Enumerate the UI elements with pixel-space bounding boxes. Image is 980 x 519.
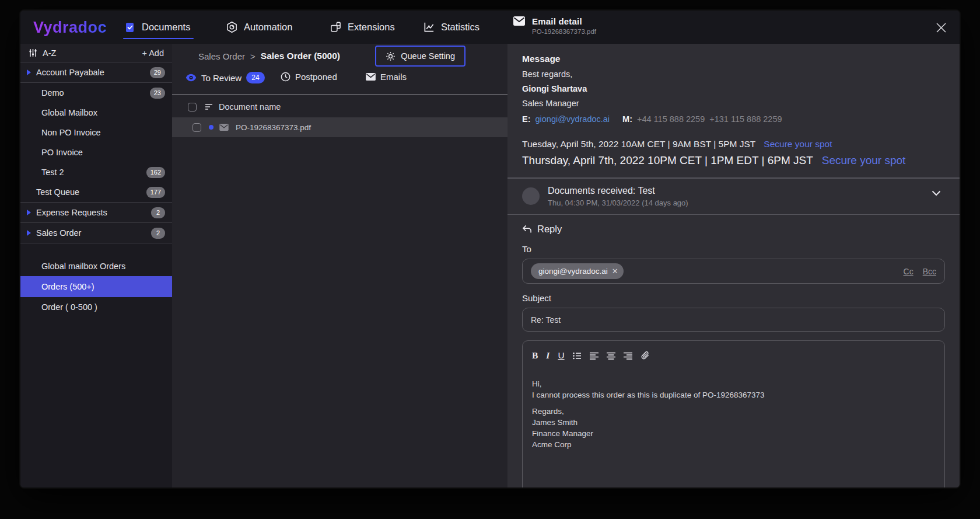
nav-label: Automation xyxy=(244,22,292,33)
phone-number: +131 115 888 2259 xyxy=(709,114,782,124)
align-center-icon[interactable] xyxy=(607,352,615,360)
column-header-document-name[interactable]: Document name xyxy=(219,102,281,112)
close-icon xyxy=(936,22,947,33)
align-right-icon[interactable] xyxy=(624,352,632,360)
editor-toolbar: B I U xyxy=(532,349,935,362)
unread-dot xyxy=(209,125,214,130)
italic-button[interactable]: I xyxy=(546,350,550,361)
sender-email-link[interactable]: giongi@vydradoc.ai xyxy=(536,114,610,124)
app-window: Vydradoc Documents Automation Extensions xyxy=(20,11,960,487)
recipient-chip[interactable]: giongi@vydradoc.ai ✕ xyxy=(531,263,624,279)
top-bar: Vydradoc Documents Automation Extensions xyxy=(20,11,960,44)
to-input[interactable]: giongi@vydradoc.ai ✕ Cc Bcc xyxy=(522,259,945,284)
divider xyxy=(172,94,508,95)
thread-item[interactable]: Documents received: Test Thu, 04:30 PM, … xyxy=(508,179,960,214)
secure-spot-link[interactable]: Secure your spot xyxy=(764,139,832,149)
message-heading: Message xyxy=(522,54,945,64)
extensions-icon xyxy=(330,21,342,33)
breadcrumb-current: Sales Order (5000) xyxy=(261,51,340,61)
count-badge: 2 xyxy=(151,228,165,239)
sidebar-header: A-Z + Add xyxy=(20,44,172,62)
sender-name: Giongi Shartava xyxy=(522,84,945,93)
sidebar-item-global-mailbox-orders[interactable]: Global mailbox Orders xyxy=(20,256,172,276)
count-badge: 29 xyxy=(150,67,165,78)
nav-tab-extensions[interactable]: Extensions xyxy=(330,11,395,44)
automation-icon xyxy=(226,21,238,33)
cc-button[interactable]: Cc xyxy=(904,267,914,276)
close-button[interactable] xyxy=(933,19,949,36)
sliders-icon[interactable] xyxy=(29,48,37,57)
sidebar-item-sales-order[interactable]: Sales Order 2 xyxy=(20,223,172,243)
nav-label: Extensions xyxy=(348,22,395,33)
mail-icon xyxy=(366,73,376,81)
queue-setting-button[interactable]: Queue Setting xyxy=(375,46,466,67)
breadcrumb-parent[interactable]: Sales Order xyxy=(198,51,245,61)
nav-tab-statistics[interactable]: Statistics xyxy=(423,11,480,44)
statistics-icon xyxy=(423,21,435,33)
sidebar-item-po-invoice[interactable]: PO Invoice xyxy=(20,142,172,162)
sidebar-item-demo[interactable]: Demo 23 xyxy=(20,83,172,103)
chevron-down-icon[interactable] xyxy=(932,190,941,196)
tab-emails[interactable]: Emails xyxy=(366,72,407,82)
sidebar-item-global-mailbox[interactable]: Global Mailbox xyxy=(20,103,172,123)
tab-to-review[interactable]: To Review 24 xyxy=(186,72,265,83)
underline-button[interactable]: U xyxy=(558,350,564,361)
sidebar-item-test-queue[interactable]: Test Queue 177 xyxy=(20,182,172,202)
email-detail-subtitle: PO-19268367373.pdf xyxy=(532,28,596,35)
document-row[interactable]: PO-19268367373.pdf xyxy=(172,117,508,137)
sidebar-item-test-2[interactable]: Test 2 162 xyxy=(20,162,172,182)
email-detail-panel: Message Best regards, Giongi Shartava Sa… xyxy=(508,44,960,487)
bullet-list-icon[interactable] xyxy=(573,352,582,360)
expand-arrow-icon xyxy=(27,210,31,215)
sidebar-item-expense-requests[interactable]: Expense Requests 2 xyxy=(20,203,172,222)
subject-label: Subject xyxy=(522,293,945,303)
expand-arrow-icon xyxy=(27,230,31,236)
contact-line: E: giongi@vydradoc.ai M: +44 115 888 225… xyxy=(522,114,945,124)
nav-tab-automation[interactable]: Automation xyxy=(226,11,292,44)
sender-role: Sales Manager xyxy=(522,99,945,108)
count-badge: 177 xyxy=(146,187,165,198)
attachment-icon[interactable] xyxy=(640,351,650,360)
document-name: PO-19268367373.pdf xyxy=(236,123,311,132)
sidebar-item-order-0-500[interactable]: Order ( 0-500 ) xyxy=(20,297,172,317)
phone-number: +44 115 888 2259 xyxy=(637,114,705,124)
divider xyxy=(508,214,960,215)
sidebar: A-Z + Add Account Payabale 29 Demo 23 Gl… xyxy=(20,44,172,487)
bcc-button[interactable]: Bcc xyxy=(923,267,936,276)
signature-line: Best regards, xyxy=(522,69,945,79)
gear-icon xyxy=(386,51,396,61)
remove-recipient-icon[interactable]: ✕ xyxy=(612,267,618,276)
subject-input[interactable]: Re: Test xyxy=(522,308,945,332)
event-line: Tuesday, April 5th, 2022 10AM CET | 9AM … xyxy=(522,139,945,149)
email-detail-title: Email detail xyxy=(532,16,596,26)
subject-value: Re: Test xyxy=(531,315,561,325)
sidebar-item-orders-500plus[interactable]: Orders (500+) xyxy=(20,276,172,297)
event-line: Thursday, April 7th, 2022 10PM CET | 1PM… xyxy=(522,154,945,167)
list-header: Document name xyxy=(172,97,508,116)
nav-label: Documents xyxy=(142,22,190,33)
thread-timestamp: Thu, 04:30 PM, 31/03/2022 (14 days ago) xyxy=(548,198,688,207)
sidebar-item-account-payabale[interactable]: Account Payabale 29 xyxy=(20,62,172,82)
bold-button[interactable]: B xyxy=(532,350,538,361)
reply-body-text[interactable]: Hi, I cannot process this order as this … xyxy=(532,378,935,450)
align-left-icon[interactable] xyxy=(590,352,598,360)
count-badge: 2 xyxy=(151,207,165,218)
breadcrumb-separator: > xyxy=(250,51,256,61)
reply-body-editor[interactable]: B I U xyxy=(522,340,945,487)
select-all-checkbox[interactable] xyxy=(188,103,197,112)
to-review-count-badge: 24 xyxy=(246,72,264,83)
add-queue-button[interactable]: + Add xyxy=(142,48,164,58)
tab-postponed[interactable]: Postponed xyxy=(281,72,337,82)
eye-icon xyxy=(186,74,197,82)
sort-icon[interactable] xyxy=(205,103,213,110)
avatar xyxy=(522,187,540,205)
secure-spot-link[interactable]: Secure your spot xyxy=(822,154,906,166)
clock-icon xyxy=(281,72,290,82)
row-checkbox[interactable] xyxy=(192,123,201,132)
nav-tab-documents[interactable]: Documents xyxy=(124,11,190,44)
sidebar-item-non-po-invoice[interactable]: Non PO Invoice xyxy=(20,123,172,142)
breadcrumb: Sales Order > Sales Order (5000) xyxy=(198,51,340,61)
count-badge: 23 xyxy=(150,88,165,99)
to-label: To xyxy=(522,244,945,254)
count-badge: 162 xyxy=(146,167,165,178)
